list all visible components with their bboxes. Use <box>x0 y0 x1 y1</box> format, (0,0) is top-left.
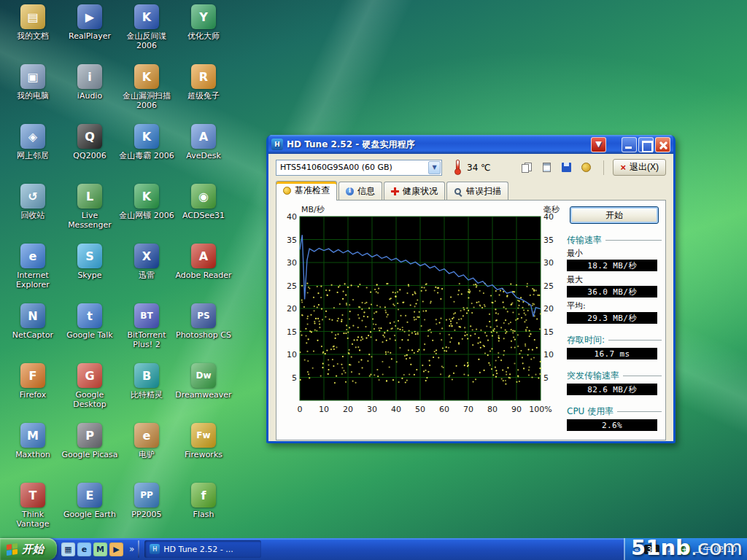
options-button[interactable] <box>577 160 595 176</box>
drive-select-dropdown[interactable]: HTS541060G9SA00 (60 GB) ▼ <box>276 160 442 176</box>
hdtune-temp-tray-badge[interactable]: 34 <box>644 545 659 554</box>
desktop-icon-label: Skype <box>61 271 118 280</box>
desktop-icon-bittorrent-plus[interactable]: BTBitTorrent Plus! 2 <box>118 303 175 349</box>
close-button[interactable] <box>655 137 670 152</box>
desktop-icon-pp2005[interactable]: PPPP2005 <box>118 483 175 519</box>
drive-temperature: 34 ℃ <box>467 163 491 173</box>
desktop-icon-google-talk[interactable]: tGoogle Talk <box>61 303 118 340</box>
quicklaunch-media-player-icon[interactable]: ▶ <box>109 542 123 556</box>
desktop-icon-google-earth[interactable]: EGoogle Earth <box>61 483 118 519</box>
tray-hide-icons-chevron[interactable]: « <box>634 545 639 554</box>
quicklaunch-internet-explorer-icon[interactable]: e <box>77 542 91 556</box>
report-button[interactable] <box>538 160 555 176</box>
google-picasa-icon: P <box>77 423 102 448</box>
quicklaunch-show-desktop-icon[interactable]: ▦ <box>61 542 75 556</box>
desktop-icon-thinkvantage[interactable]: TThink Vantage <box>4 483 61 529</box>
desktop-icon-flash[interactable]: fFlash <box>175 483 232 519</box>
internet-explorer-icon: e <box>20 244 45 268</box>
desktop-icon-adobe-reader[interactable]: AAdobe Reader <box>175 244 232 280</box>
desktop-icon-network-places[interactable]: ◈网上邻居 <box>4 124 61 160</box>
desktop: ▤我的文档▣我的电脑◈网上邻居↺回收站eInternet ExplorerNNe… <box>0 0 747 560</box>
maxthon-icon: M <box>20 423 45 448</box>
desktop-icon-iaudio[interactable]: iiAudio <box>61 64 118 101</box>
desktop-icon-kingsoft-antispy[interactable]: K金山反间谍 2006 <box>118 4 175 50</box>
desktop-icon-dreamweaver[interactable]: DwDreamweaver <box>175 363 232 400</box>
desktop-icon-label: Live Messenger <box>61 211 118 230</box>
tab-health[interactable]: 健康状况 <box>384 182 445 200</box>
desktop-icon-my-computer[interactable]: ▣我的电脑 <box>4 64 61 101</box>
start-benchmark-button[interactable]: 开始 <box>570 206 659 224</box>
desktop-icon-label: 网上邻居 <box>4 151 61 160</box>
desktop-icon-photoshop-cs[interactable]: PSPhotoshop CS <box>175 303 232 340</box>
save-screenshot-button[interactable] <box>557 160 575 176</box>
desktop-icon-live-messenger[interactable]: LLive Messenger <box>61 184 118 230</box>
access-time-value: 16.7 ms <box>567 348 657 359</box>
health-cross-icon <box>391 187 399 195</box>
bittorrent-plus-icon: BT <box>134 303 159 328</box>
iaudio-icon: i <box>77 64 102 89</box>
tab-benchmark-label: 基准检查 <box>295 184 330 197</box>
desktop-icon-thunder[interactable]: X迅雷 <box>118 244 175 280</box>
desktop-icon-realplayer[interactable]: ▶RealPlayer <box>61 4 118 41</box>
benchmark-panel: 4040353530302525202015151010550102030405… <box>276 200 666 440</box>
google-earth-icon: E <box>77 483 102 508</box>
hdtune-app-icon: H <box>271 139 283 150</box>
desktop-icon-fireworks[interactable]: FwFireworks <box>175 423 232 459</box>
desktop-icon-google-desktop[interactable]: GGoogle Desktop <box>61 363 118 409</box>
desktop-icon-maxthon[interactable]: MMaxthon <box>4 423 61 459</box>
results-panel: 开始 传输速率 最小 18.2 MB/秒 最大 36.0 MB/秒 平均: 29… <box>567 205 662 437</box>
quicklaunch-messenger-icon[interactable]: M <box>93 542 107 556</box>
minimize-to-tray-button[interactable] <box>591 137 606 152</box>
desktop-icon-youhua-dashi[interactable]: Y优化大师 <box>175 4 232 41</box>
desktop-icon-kingsoft-scan[interactable]: K金山漏洞扫描 2006 <box>118 64 175 110</box>
desktop-icon-label: Adobe Reader <box>175 271 232 280</box>
tab-benchmark[interactable]: 基准检查 <box>276 181 337 201</box>
copy-button[interactable] <box>518 160 535 176</box>
desktop-icon-netcaptor[interactable]: NNetCaptor <box>4 303 61 340</box>
svg-text:20: 20 <box>343 405 353 414</box>
network-places-icon: ◈ <box>20 124 45 149</box>
desktop-icon-avedesk[interactable]: AAveDesk <box>175 124 232 160</box>
desktop-icon-emule[interactable]: e电驴 <box>118 423 175 459</box>
tab-error-scan[interactable]: 错误扫描 <box>446 182 508 200</box>
desktop-icon-google-picasa[interactable]: PGoogle Picasa <box>61 423 118 459</box>
svg-text:毫秒: 毫秒 <box>543 205 560 214</box>
desktop-icon-my-documents[interactable]: ▤我的文档 <box>4 4 61 41</box>
titlebar[interactable]: H HD Tune 2.52 - 硬盘实用程序 <box>268 135 673 154</box>
svg-text:25: 25 <box>287 281 297 291</box>
minimize-button[interactable] <box>622 137 637 152</box>
windows-flag-icon <box>7 542 18 555</box>
start-button[interactable]: 开始 <box>0 538 57 560</box>
tab-info[interactable]: 信息 <box>338 182 382 200</box>
desktop-icon-kingsoft-netguard[interactable]: K金山网镖 2006 <box>118 184 175 220</box>
toolbar-separator <box>603 160 604 175</box>
desktop-icon-skype[interactable]: SSkype <box>61 244 118 280</box>
desktop-icon-bitspirit[interactable]: B比特精灵 <box>118 363 175 400</box>
tray-antivirus-icon[interactable]: + <box>679 544 690 555</box>
start-button-label: 开始 <box>22 542 44 556</box>
tray-volume-icon[interactable]: ♪ <box>665 544 676 555</box>
fireworks-icon: Fw <box>191 423 216 448</box>
desktop-icon-kingsoft-duba[interactable]: K金山毒霸 2006 <box>118 124 175 160</box>
desktop-icon-acdsee[interactable]: ◉ACDSee31 <box>175 184 232 220</box>
dreamweaver-icon: Dw <box>191 363 216 388</box>
qq2006-icon: Q <box>77 124 102 149</box>
desktop-icon-recycle-bin[interactable]: ↺回收站 <box>4 184 61 220</box>
desktop-icon-firefox[interactable]: FFirefox <box>4 363 61 400</box>
google-talk-icon: t <box>77 303 102 328</box>
maximize-button[interactable] <box>638 137 654 152</box>
acdsee-icon: ◉ <box>191 184 216 209</box>
avedesk-icon: A <box>191 124 216 149</box>
svg-text:100%: 100% <box>529 405 551 414</box>
desktop-icon-super-rabbit[interactable]: R超级兔子 <box>175 64 232 101</box>
desktop-icon-label: 比特精灵 <box>118 390 175 400</box>
tab-info-label: 信息 <box>357 185 375 198</box>
task-button-hdtune[interactable]: H HD Tune 2.52 - ... <box>144 540 261 558</box>
task-button-label: HD Tune 2.52 - ... <box>163 545 233 554</box>
desktop-icon-label: 我的电脑 <box>4 91 61 101</box>
exit-button[interactable]: × 退出(X) <box>613 159 666 176</box>
desktop-icon-internet-explorer[interactable]: eInternet Explorer <box>4 244 61 289</box>
desktop-icon-qq2006[interactable]: QQQ2006 <box>61 124 118 160</box>
quick-launch-overflow-chevron[interactable]: » <box>128 544 136 554</box>
tray-clock[interactable]: 上午 02:10 <box>695 544 737 555</box>
